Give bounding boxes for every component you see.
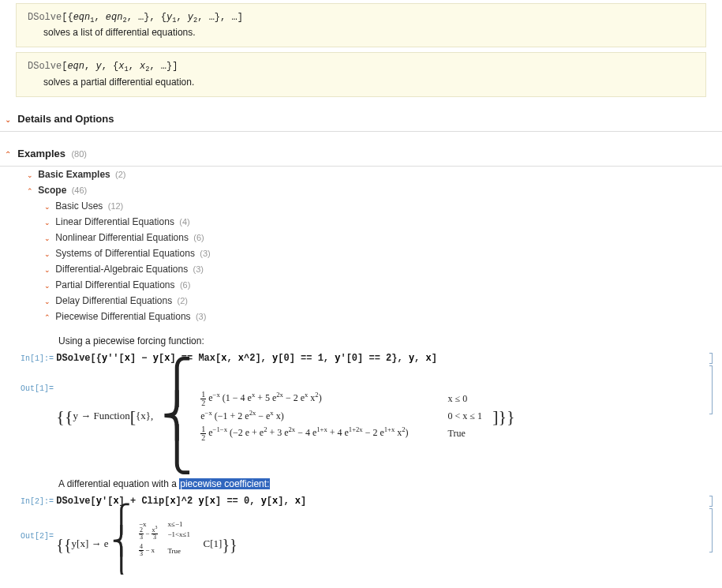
in-code: DSolve[{y''[x] − y[x] == Max[x, x^2], y[… (56, 353, 437, 364)
chevron-down-icon: ⌄ (44, 250, 52, 258)
output-cell-1: Out[1]= {{y → Function[{x}, ⎧⎨⎩ 12 e−x (… (17, 365, 713, 468)
in-label: In[2]:= (17, 496, 54, 506)
scope-item-linear-de[interactable]: ⌄ Linear Differential Equations (4) (44, 214, 722, 230)
usage-syntax: DSolve[{eqn1, eqn2, …}, {y1, y2, …}, …] (28, 10, 694, 25)
scope-item-partial-de[interactable]: ⌄ Partial Differential Equations (6) (44, 277, 722, 293)
chevron-down-icon: ⌄ (44, 266, 52, 274)
subsection-title: Scope (38, 185, 66, 196)
scope-item-basic-uses[interactable]: ⌄ Basic Uses (12) (44, 198, 722, 214)
in-code: DSolve[y'[x] + Clip[x]^2 y[x] == 0, y[x]… (56, 496, 306, 507)
chevron-down-icon: ⌄ (44, 219, 52, 227)
chevron-up-icon: ⌃ (5, 150, 13, 159)
chevron-up-icon: ⌃ (44, 313, 52, 321)
output-cell-2: Out[2]= {{y[x] → e ⎧⎨⎩ −xx≤−1 23 − x33−1… (17, 508, 713, 573)
out-label: Out[1]= (17, 365, 54, 393)
subsection-scope[interactable]: ⌃ Scope (46) (27, 182, 722, 198)
out-label: Out[2]= (17, 508, 54, 541)
highlighted-text: piecewise coefficient: (179, 478, 270, 489)
subsection-count: (46) (72, 185, 88, 195)
usage-desc: solves a partial differential equation. (43, 75, 694, 90)
chevron-down-icon: ⌄ (44, 203, 52, 211)
section-details[interactable]: ⌄ Details and Options (0, 107, 722, 132)
chevron-down-icon: ⌄ (44, 298, 52, 305)
subsection-title: Basic Examples (38, 169, 110, 180)
chevron-down-icon: ⌄ (44, 282, 52, 290)
section-examples[interactable]: ⌃ Examples (80) (0, 141, 722, 167)
scope-item-nonlinear-de[interactable]: ⌄ Nonlinear Differential Equations (6) (44, 230, 722, 245)
input-cell-1[interactable]: In[1]:= DSolve[{y''[x] − y[x] == Max[x, … (17, 353, 713, 364)
scope-item-systems-de[interactable]: ⌄ Systems of Differential Equations (3) (44, 245, 722, 261)
section-title: Details and Options (17, 113, 114, 125)
usage-syntax: DSolve[eqn, y, {x1, x2, …}] (28, 59, 694, 74)
section-count: (80) (71, 149, 87, 159)
usage-box-1: DSolve[{eqn1, eqn2, …}, {y1, y2, …}, …] … (16, 3, 706, 47)
section-title: Examples (17, 148, 65, 159)
usage-box-2: DSolve[eqn, y, {x1, x2, …}] solves a par… (16, 52, 706, 96)
chevron-down-icon: ⌄ (27, 171, 35, 179)
chevron-down-icon: ⌄ (5, 115, 13, 124)
scope-item-piecewise-de[interactable]: ⌃ Piecewise Differential Equations (3) (44, 309, 722, 324)
scope-item-algebraic-de[interactable]: ⌄ Differential-Algebraic Equations (3) (44, 261, 722, 277)
in-label: In[1]:= (17, 353, 54, 363)
example-intro: Using a piecewise forcing function: (58, 335, 722, 346)
subsection-count: (2) (115, 170, 125, 179)
out-content: {{y[x] → e ⎧⎨⎩ −xx≤−1 23 − x33−1<x≤1 43 … (56, 508, 237, 573)
chevron-down-icon: ⌄ (44, 234, 52, 242)
out-content: {{y → Function[{x}, ⎧⎨⎩ 12 e−x (1 − 4 ex… (56, 365, 514, 468)
chevron-up-icon: ⌃ (27, 187, 35, 195)
subsection-basic-examples[interactable]: ⌄ Basic Examples (2) (27, 167, 722, 182)
usage-desc: solves a list of differential equations. (43, 25, 694, 40)
example-intro-2: A differential equation with a piecewise… (58, 478, 722, 489)
scope-item-delay-de[interactable]: ⌄ Delay Differential Equations (2) (44, 293, 722, 309)
